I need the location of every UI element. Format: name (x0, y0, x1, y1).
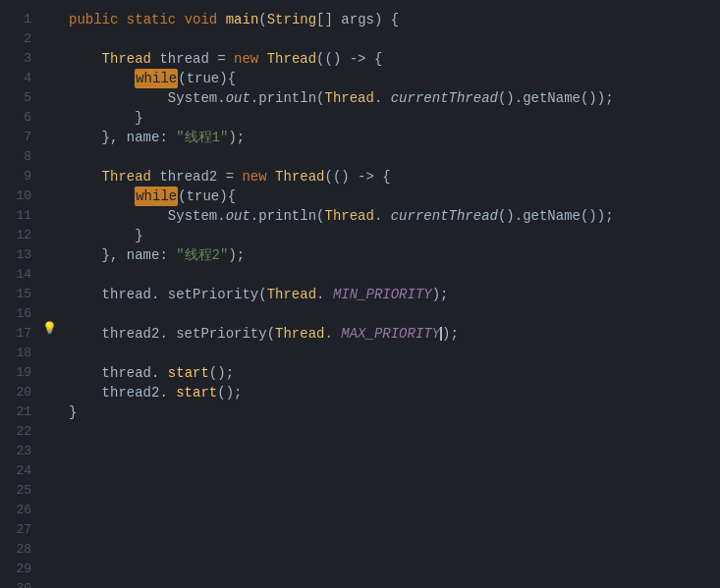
token-thread-type-2: Thread (267, 49, 316, 69)
code-line-7: }, name: "线程1" ); (69, 128, 720, 147)
code-line-9: Thread thread2 = new Thread (() -> { (69, 167, 720, 187)
token-current-thread-1: currentThread (391, 88, 498, 108)
code-line-20: thread2. start (); (69, 383, 720, 402)
code-line-1: public static void main ( String [] args… (69, 10, 720, 29)
code-area[interactable]: public static void main ( String [] args… (59, 0, 720, 588)
token-thread-ref-3: Thread (267, 285, 316, 304)
token-while-2: while (135, 187, 178, 206)
code-line-4: while (true){ (69, 69, 720, 88)
code-line-21: } (69, 402, 720, 422)
code-line-2 (69, 29, 720, 49)
code-editor: 1 2 3 4 5 6 7 8 9 10 11 12 13 14 15 16 1… (0, 0, 720, 588)
token-thread-type-3: Thread (102, 167, 151, 187)
code-line-5: System. out .println( Thread . currentTh… (69, 88, 720, 108)
token-start-2: start (176, 383, 217, 402)
code-line-3: Thread thread = new Thread (() -> { (69, 49, 720, 69)
token-thread-ref-4: Thread (275, 324, 324, 344)
token-name2: "线程2" (176, 245, 228, 265)
lightbulb-icon[interactable]: 💡 (42, 321, 57, 336)
token-string-type: String (267, 10, 316, 29)
token-thread-ref-2: Thread (324, 206, 373, 226)
token-thread-type-1: Thread (102, 49, 151, 69)
code-line-16 (69, 304, 720, 324)
code-line-14 (69, 265, 720, 285)
token-while-1: while (135, 69, 178, 88)
line-gutter: 1 2 3 4 5 6 7 8 9 10 11 12 13 14 15 16 1… (0, 0, 39, 588)
token-new-2: new (242, 167, 266, 187)
code-line-19: thread. start (); (69, 363, 720, 383)
code-line-13: }, name: "线程2" ); (69, 245, 720, 265)
hint-column: 💡 (39, 0, 59, 588)
token-current-thread-2: currentThread (391, 206, 498, 226)
token-thread-type-4: Thread (275, 167, 324, 187)
code-line-18 (69, 344, 720, 363)
token-new-1: new (234, 49, 258, 69)
token-min-priority: MIN_PRIORITY (333, 285, 432, 304)
code-line-15: thread. setPriority( Thread . MIN_PRIORI… (69, 285, 720, 304)
token-thread-ref-1: Thread (324, 88, 373, 108)
code-line-10: while (true){ (69, 187, 720, 206)
token-max-priority: MAX_PRIORITY (341, 324, 440, 344)
token-system-2: System. (168, 206, 226, 226)
token-static: static (127, 10, 176, 29)
token-void: void (185, 10, 218, 29)
token-public: public (69, 10, 118, 29)
token-main: main (226, 10, 259, 29)
token-name1: "线程1" (176, 128, 228, 147)
code-line-8 (69, 147, 720, 167)
token-start-1: start (168, 363, 209, 383)
token-out-2: out (226, 206, 250, 226)
code-line-6: } (69, 108, 720, 128)
code-line-17: thread2. setPriority( Thread . MAX_PRIOR… (69, 324, 720, 344)
token-args: args (341, 10, 374, 29)
token-out-1: out (226, 88, 250, 108)
code-line-11: System. out .println( Thread . currentTh… (69, 206, 720, 226)
token-system-1: System. (168, 88, 226, 108)
code-line-12: } (69, 226, 720, 245)
